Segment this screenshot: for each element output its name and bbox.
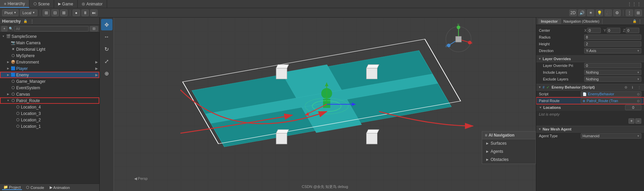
hier-item-patrol-route[interactable]: ▼ ⬡ Patrol_Route [0, 97, 99, 104]
hier-item-location-1[interactable]: ⬡ Location_1 [0, 123, 99, 129]
locations-row[interactable]: ▼ Locations 0 [536, 104, 644, 111]
hier-item-player[interactable]: ▶ 🟦 Player ▶ [0, 65, 99, 72]
watermark: CSDN @余先 知更鸟 debug [302, 184, 348, 189]
scene-tool-rect[interactable]: ⊕ [101, 68, 113, 79]
hier-item-enemy[interactable]: ▶ 🟦 Enemy ▶ [0, 72, 99, 78]
project-label: Project [9, 185, 21, 189]
radius-input[interactable] [584, 34, 641, 40]
script-value-field[interactable]: 📄 EnemyBehavior ⊙ [581, 91, 641, 97]
footer-tab-console[interactable]: ⬡ Console [25, 185, 45, 190]
patrol-route-row: Patrol Route ⊕ Patrol_Route (Tran ⊙ [536, 97, 644, 104]
expand-icon [6, 47, 10, 51]
hier-item-location-3[interactable]: ⬡ Location_3 [0, 110, 99, 117]
inspector-lock-icon[interactable]: 🔒 [633, 19, 637, 23]
pivot-button[interactable]: Pivot ▼ [2, 9, 19, 16]
scene-tool-rotate[interactable]: ↻ [101, 43, 113, 55]
hier-item-main-camera[interactable]: 📷 Main Camera [0, 40, 99, 46]
hierarchy-lock-icon[interactable]: 🔒 [23, 19, 27, 23]
local-button[interactable]: Local ▼ [20, 9, 37, 16]
obstacles-label: Obstacles [491, 157, 509, 162]
inspector-label: Inspector [541, 19, 558, 23]
hier-item-location-2[interactable]: ⬡ Location_2 [0, 117, 99, 123]
hier-item-mysphere[interactable]: ⬡ MySphere [0, 52, 99, 59]
script-info-icon[interactable]: ℹ [630, 85, 635, 90]
snap-button[interactable]: ⊟ [51, 9, 59, 16]
svg-rect-4 [276, 68, 287, 79]
2d-button[interactable]: 2D [569, 9, 577, 16]
footer-tab-animation[interactable]: ▶ Animation [48, 185, 71, 190]
pause-button[interactable]: ⏸ [81, 9, 89, 16]
tab-scene[interactable]: ⬡ Scene [29, 0, 54, 8]
footer-tab-project[interactable]: 📁 Project [2, 185, 22, 190]
hier-label-loc1: Location_1 [21, 124, 41, 129]
hier-item-game-manager[interactable]: ⬡ Game_Manager [0, 78, 99, 85]
list-remove-btn[interactable]: − [635, 118, 641, 124]
agent-type-dropdown[interactable]: Humanoid ▼ [581, 133, 641, 139]
camera-button[interactable]: 🎥 [604, 9, 612, 16]
script-file-icon: 📄 [583, 92, 587, 96]
effects-button[interactable]: 💡 [596, 9, 603, 16]
ai-nav-agents[interactable]: ▶ Agents [482, 147, 536, 156]
ai-nav-obstacles[interactable]: ▶ Obstacles [482, 156, 536, 164]
expand-icon: ▶ [6, 67, 10, 71]
tab-animator[interactable]: ◎ Animator [78, 0, 107, 8]
align-button[interactable]: ⊠ [60, 9, 68, 16]
script-settings-icon[interactable]: ⚙ [623, 85, 628, 90]
grid-button[interactable]: ⊞ [43, 9, 50, 16]
navigation-label: Navigation (Obsolete) [564, 19, 599, 23]
expand-icon: ▼ [6, 99, 10, 103]
hier-item-directional-light[interactable]: ☀ Directional Light [0, 46, 99, 52]
patrol-route-value-field[interactable]: ⊕ Patrol_Route (Tran ⊙ [581, 98, 641, 103]
layer-override-pri-input[interactable] [584, 63, 641, 68]
rp-tab-navigation[interactable]: Navigation (Obsolete) [561, 19, 602, 24]
script-hash-icon: # [543, 86, 545, 89]
agents-tri: ▶ [486, 150, 489, 153]
animation-label: Animation [53, 186, 70, 190]
hierarchy-search-input[interactable] [14, 26, 89, 31]
layers-button[interactable]: ⋮ [626, 9, 633, 16]
center-x-input[interactable] [587, 28, 601, 33]
scene-tool-pan[interactable]: ↔ [101, 31, 113, 43]
player-icon: 🟦 [11, 66, 16, 71]
svg-text:x: x [471, 41, 473, 45]
list-empty-label: List is empty [536, 111, 644, 118]
list-add-btn[interactable]: + [628, 118, 635, 124]
scene-view[interactable]: ✥ ↔ ↻ ⤢ ⊕ [100, 18, 536, 191]
tab-hierarchy[interactable]: ≡ Hierarchy [0, 0, 29, 8]
include-layers-dropdown[interactable]: Nothing ▼ [584, 70, 641, 75]
inspector-center-row: Center X Y Z [538, 27, 642, 34]
hier-item-sample-scene[interactable]: ▼ 🎬 SampleScene [0, 33, 99, 40]
step-button[interactable]: ⏭ [90, 9, 98, 16]
hierarchy-add-btn[interactable]: + [1, 26, 7, 31]
scene-tool-move[interactable]: ✥ [101, 19, 113, 30]
gizmos-button[interactable]: ⚙ [613, 9, 621, 16]
transform-icon: ⊕ [583, 99, 585, 103]
height-input[interactable] [584, 41, 641, 47]
hier-item-environment[interactable]: ▶ 📦 Environment ▶ [0, 59, 99, 65]
exclude-layers-dropdown[interactable]: Nothing ▼ [584, 76, 641, 82]
hier-item-eventsystem[interactable]: ⬡ EventSystem [0, 85, 99, 91]
hierarchy-sort-btn[interactable]: ⊟ [90, 26, 98, 31]
lighting-button[interactable]: ☀ [587, 9, 594, 16]
audio-button[interactable]: 🔊 [578, 9, 586, 16]
hier-item-canvas[interactable]: ▶ ⬡ Canvas [0, 91, 99, 97]
enemy-behavior-header[interactable]: ▼ # ✓ Enemy Behavior (Script) ⚙ ℹ ⋮ [536, 84, 644, 91]
hierarchy-menu-icon[interactable]: ⋮ [30, 19, 34, 24]
tab-game[interactable]: ▶ Game [54, 0, 78, 8]
nav-mesh-agent-header[interactable]: ▼ Nav Mesh Agent [536, 126, 644, 133]
svg-marker-11 [366, 129, 379, 133]
play-button[interactable]: ● [73, 9, 80, 16]
enemy-behavior-title: Enemy Behavior (Script) [551, 85, 595, 89]
rp-tab-inspector[interactable]: Inspector [538, 19, 561, 24]
inspector-menu-icon[interactable]: ⋮ [638, 19, 642, 24]
layout-button[interactable]: ⊞ [635, 9, 642, 16]
ai-nav-surfaces[interactable]: ▶ Surfaces [482, 139, 536, 147]
scene-tool-scale[interactable]: ⤢ [101, 55, 113, 67]
direction-dropdown[interactable]: Y-Axis ▼ [584, 48, 641, 53]
layer-overrides-header[interactable]: ▼ Layer Overrides [536, 55, 644, 62]
center-z-input[interactable] [626, 28, 639, 33]
expand-icon [6, 79, 10, 83]
center-y-input[interactable] [607, 28, 620, 33]
hier-item-location-4[interactable]: ⬡ Location_4 [0, 104, 99, 110]
script-menu-icon[interactable]: ⋮ [637, 85, 642, 90]
